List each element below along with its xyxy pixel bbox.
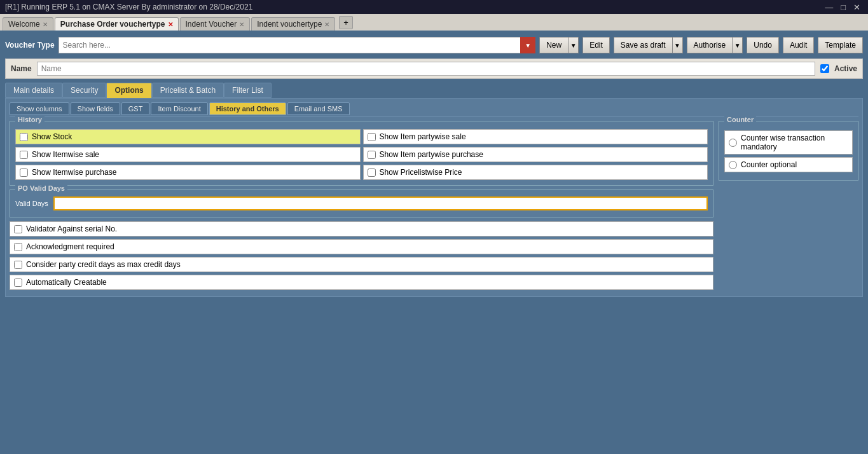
show-itemwise-purchase-row[interactable]: Show Itemwise purchase	[15, 165, 361, 180]
counter-optional-radio[interactable]	[729, 161, 737, 169]
minimize-button[interactable]: —	[822, 3, 836, 12]
tab-purchase-order-vouchertype[interactable]: Purchase Order vouchertype ✕	[55, 17, 179, 31]
show-pricelistwise-price-row[interactable]: Show Pricelistwise Price	[363, 165, 708, 180]
save-as-draft-button[interactable]: Save as draft	[614, 37, 673, 53]
name-label: Name	[11, 64, 32, 73]
voucher-type-search-input[interactable]	[59, 37, 536, 53]
sub-tab-show-fields[interactable]: Show fields	[71, 102, 120, 115]
tab-welcome[interactable]: Welcome ✕	[3, 17, 53, 31]
valid-days-label: Valid Days	[15, 200, 48, 207]
authorise-dropdown-arrow[interactable]: ▼	[733, 37, 743, 53]
tab-pricelist-batch[interactable]: Pricelist & Batch	[152, 83, 224, 98]
counter-wise-mandatory-row[interactable]: Counter wise transaction mandatory	[724, 130, 853, 155]
active-label: Active	[834, 64, 857, 73]
tab-indent-vouchertype-close[interactable]: ✕	[324, 21, 329, 28]
template-button[interactable]: Template	[818, 37, 863, 53]
undo-button[interactable]: Undo	[747, 37, 779, 53]
consider-party-credit-checkbox[interactable]	[14, 261, 22, 269]
counter-options: Counter wise transaction mandatory Count…	[724, 130, 853, 172]
tab-indent-voucher[interactable]: Indent Voucher ✕	[180, 17, 251, 31]
validator-against-serial-checkbox[interactable]	[14, 225, 22, 233]
automatically-creatable-row[interactable]: Automatically Creatable	[10, 275, 713, 290]
edit-button[interactable]: Edit	[582, 37, 610, 53]
toolbar: Voucher Type ▼ New ▼ Edit Save as draft …	[5, 37, 863, 53]
counter-section: Counter Counter wise transaction mandato…	[719, 121, 858, 181]
active-checkbox[interactable]	[820, 64, 829, 73]
add-tab-button[interactable]: +	[339, 16, 353, 29]
automatically-creatable-checkbox[interactable]	[14, 279, 22, 287]
close-button[interactable]: ✕	[851, 3, 863, 12]
authorise-button-group: Authorise ▼	[687, 37, 743, 53]
tab-indent-vouchertype[interactable]: Indent vouchertype ✕	[251, 17, 335, 31]
voucher-type-label: Voucher Type	[5, 41, 55, 50]
tab-security[interactable]: Security	[62, 83, 106, 98]
show-item-partywise-purchase-checkbox[interactable]	[368, 151, 376, 159]
tab-main-details[interactable]: Main details	[5, 83, 62, 98]
acknowledgment-required-checkbox[interactable]	[14, 243, 22, 251]
validator-against-serial-row[interactable]: Validator Against serial No.	[10, 221, 713, 237]
search-dropdown-arrow[interactable]: ▼	[520, 37, 535, 53]
tab-purchase-order-label: Purchase Order vouchertype	[60, 20, 165, 29]
show-pricelistwise-price-checkbox[interactable]	[368, 169, 376, 177]
new-button-group: New ▼	[539, 37, 579, 53]
show-itemwise-sale-checkbox[interactable]	[20, 151, 28, 159]
counter-section-wrapper: Counter Counter wise transaction mandato…	[719, 121, 858, 292]
consider-party-credit-row[interactable]: Consider party credit days as max credit…	[10, 257, 713, 272]
show-item-partywise-purchase-row[interactable]: Show Item partywise purchase	[363, 147, 708, 162]
show-item-partywise-purchase-label: Show Item partywise purchase	[380, 150, 483, 159]
save-as-draft-dropdown-arrow[interactable]: ▼	[673, 37, 683, 53]
sub-tab-show-columns[interactable]: Show columns	[10, 102, 69, 115]
window-controls: — □ ✕	[822, 3, 863, 12]
name-row: Name Active	[5, 58, 863, 79]
history-legend: History	[15, 116, 45, 123]
counter-optional-row[interactable]: Counter optional	[724, 157, 853, 172]
window-title: [R1] Running ERP 5.1 on CMAX Server By a…	[5, 3, 252, 11]
counter-wise-mandatory-radio[interactable]	[729, 139, 737, 147]
options-main: History Show Stock Show Item partywise s…	[10, 121, 713, 292]
valid-days-input[interactable]	[53, 196, 708, 210]
show-item-partywise-sale-label: Show Item partywise sale	[380, 132, 466, 141]
show-itemwise-sale-row[interactable]: Show Itemwise sale	[15, 147, 361, 162]
acknowledgment-required-row[interactable]: Acknowledgment required	[10, 239, 713, 254]
save-as-draft-button-group: Save as draft ▼	[614, 37, 683, 53]
show-itemwise-purchase-checkbox[interactable]	[20, 169, 28, 177]
new-dropdown-arrow[interactable]: ▼	[568, 37, 579, 53]
tab-indent-voucher-close[interactable]: ✕	[239, 21, 244, 28]
main-content: Voucher Type ▼ New ▼ Edit Save as draft …	[0, 32, 868, 302]
voucher-type-search-container: ▼	[59, 37, 536, 53]
content-panel: Show columns Show fields GST Item Discou…	[5, 98, 863, 297]
tab-filter-list[interactable]: Filter List	[224, 83, 272, 98]
counter-optional-label: Counter optional	[741, 160, 797, 169]
sub-tab-gst[interactable]: GST	[121, 102, 150, 115]
audit-button[interactable]: Audit	[783, 37, 814, 53]
tab-purchase-order-close[interactable]: ✕	[168, 21, 173, 28]
history-section: History Show Stock Show Item partywise s…	[10, 121, 713, 186]
maximize-button[interactable]: □	[838, 3, 848, 12]
tab-options[interactable]: Options	[106, 83, 151, 98]
options-layout: History Show Stock Show Item partywise s…	[10, 121, 858, 292]
show-stock-row[interactable]: Show Stock	[15, 129, 361, 144]
show-item-partywise-sale-checkbox[interactable]	[368, 133, 376, 141]
show-itemwise-sale-label: Show Itemwise sale	[32, 150, 99, 159]
bottom-checkboxes: Validator Against serial No. Acknowledgm…	[10, 221, 713, 290]
show-item-partywise-sale-row[interactable]: Show Item partywise sale	[363, 129, 708, 144]
show-stock-checkbox[interactable]	[20, 133, 28, 141]
sub-tab-history-and-others[interactable]: History and Others	[209, 102, 286, 115]
sub-tab-email-and-sms[interactable]: Email and SMS	[287, 102, 350, 115]
automatically-creatable-label: Automatically Creatable	[26, 278, 107, 287]
main-tabs: Main details Security Options Pricelist …	[5, 83, 863, 98]
sub-tab-item-discount[interactable]: Item Discount	[151, 102, 207, 115]
validator-against-serial-label: Validator Against serial No.	[26, 224, 117, 233]
tab-welcome-close[interactable]: ✕	[43, 21, 48, 28]
po-valid-days-section: PO Valid Days Valid Days	[10, 189, 713, 217]
tab-indent-voucher-label: Indent Voucher	[186, 20, 237, 29]
tab-indent-vouchertype-label: Indent vouchertype	[257, 20, 322, 29]
authorise-button[interactable]: Authorise	[687, 37, 733, 53]
po-valid-days-legend: PO Valid Days	[15, 184, 67, 192]
acknowledgment-required-label: Acknowledgment required	[26, 242, 114, 251]
name-input[interactable]	[37, 62, 815, 76]
new-button[interactable]: New	[539, 37, 568, 53]
title-bar: [R1] Running ERP 5.1 on CMAX Server By a…	[0, 0, 868, 14]
tab-welcome-label: Welcome	[8, 20, 40, 29]
show-stock-label: Show Stock	[32, 132, 72, 141]
